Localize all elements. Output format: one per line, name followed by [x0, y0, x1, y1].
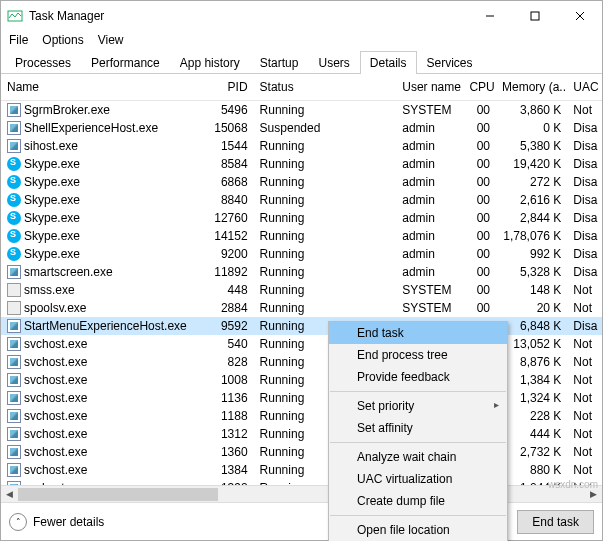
task-manager-window: Task Manager File Options View Processes…: [0, 0, 603, 541]
tab-processes[interactable]: Processes: [5, 51, 81, 74]
table-row[interactable]: StartMenuExperienceHost.exe9592Running6,…: [1, 317, 602, 335]
table-row[interactable]: smss.exe448RunningSYSTEM00148 KNot: [1, 281, 602, 299]
ctx-set-priority[interactable]: Set priority: [329, 395, 507, 417]
titlebar[interactable]: Task Manager: [1, 1, 602, 31]
table-row[interactable]: Skype.exe14152Runningadmin001,78,076 KDi…: [1, 227, 602, 245]
table-row[interactable]: svchost.exe1312Running444 KNot: [1, 425, 602, 443]
ctx-separator: [330, 442, 506, 443]
table-row[interactable]: sihost.exe1544Runningadmin005,380 KDisa: [1, 137, 602, 155]
table-row[interactable]: svchost.exe828Running8,876 KNot: [1, 353, 602, 371]
process-name: svchost.exe: [24, 355, 87, 369]
menu-file[interactable]: File: [9, 33, 28, 47]
process-uac: Disa: [567, 209, 602, 227]
process-user: admin: [396, 263, 463, 281]
ctx-analyze-wait-chain[interactable]: Analyze wait chain: [329, 446, 507, 468]
tab-users[interactable]: Users: [308, 51, 359, 74]
col-user[interactable]: User name: [396, 74, 463, 101]
process-memory: 19,420 K: [496, 155, 567, 173]
process-name: svchost.exe: [24, 463, 87, 477]
tab-services[interactable]: Services: [417, 51, 483, 74]
ctx-open-file-location[interactable]: Open file location: [329, 519, 507, 541]
table-row[interactable]: svchost.exe1008Running1,384 KNot: [1, 371, 602, 389]
process-status: Suspended: [254, 119, 397, 137]
tab-details[interactable]: Details: [360, 51, 417, 74]
table-row[interactable]: Skype.exe9200Runningadmin00992 KDisa: [1, 245, 602, 263]
table-row[interactable]: Skype.exe8840Runningadmin002,616 KDisa: [1, 191, 602, 209]
table-row[interactable]: svchost.exe1392Running1.044 KNot: [1, 479, 602, 486]
process-pid: 1392: [205, 479, 254, 486]
process-uac: Disa: [567, 155, 602, 173]
ctx-end-process-tree[interactable]: End process tree: [329, 344, 507, 366]
process-uac: Disa: [567, 227, 602, 245]
table-row[interactable]: Skype.exe8584Runningadmin0019,420 KDisa: [1, 155, 602, 173]
maximize-button[interactable]: [512, 1, 557, 31]
minimize-button[interactable]: [467, 1, 512, 31]
process-pid: 1136: [205, 389, 254, 407]
process-uac: Disa: [567, 191, 602, 209]
col-memory[interactable]: Memory (a...: [496, 74, 567, 101]
end-task-button[interactable]: End task: [517, 510, 594, 534]
table-row[interactable]: svchost.exe540Running13,052 KNot: [1, 335, 602, 353]
table-row[interactable]: svchost.exe1360Running2,732 KNot: [1, 443, 602, 461]
process-icon: [7, 319, 21, 333]
table-row[interactable]: Skype.exe12760Runningadmin002,844 KDisa: [1, 209, 602, 227]
process-pid: 6868: [205, 173, 254, 191]
process-icon: [7, 139, 21, 153]
process-memory: 3,860 K: [496, 101, 567, 119]
ctx-uac-virtualization[interactable]: UAC virtualization: [329, 468, 507, 490]
process-status: Running: [254, 209, 397, 227]
col-status[interactable]: Status: [254, 74, 397, 101]
process-name: Skype.exe: [24, 247, 80, 261]
tab-startup[interactable]: Startup: [250, 51, 309, 74]
process-uac: Disa: [567, 119, 602, 137]
process-icon: [7, 463, 21, 477]
menu-view[interactable]: View: [98, 33, 124, 47]
close-button[interactable]: [557, 1, 602, 31]
process-status: Running: [254, 155, 397, 173]
table-row[interactable]: SgrmBroker.exe5496RunningSYSTEM003,860 K…: [1, 101, 602, 119]
ctx-create-dump-file[interactable]: Create dump file: [329, 490, 507, 512]
col-cpu[interactable]: CPU: [463, 74, 496, 101]
scroll-thumb[interactable]: [18, 488, 218, 501]
ctx-end-task[interactable]: End task: [329, 322, 507, 344]
process-cpu: 00: [463, 227, 496, 245]
process-icon: [7, 211, 21, 225]
col-pid[interactable]: PID: [205, 74, 254, 101]
ctx-set-affinity[interactable]: Set affinity: [329, 417, 507, 439]
tab-app-history[interactable]: App history: [170, 51, 250, 74]
process-cpu: 00: [463, 155, 496, 173]
col-name[interactable]: Name: [1, 74, 205, 101]
table-row[interactable]: svchost.exe1188Running228 KNot: [1, 407, 602, 425]
process-icon: [7, 427, 21, 441]
table-row[interactable]: smartscreen.exe11892Runningadmin005,328 …: [1, 263, 602, 281]
col-uac[interactable]: UAC: [567, 74, 602, 101]
process-table-wrap: Name PID Status User name CPU Memory (a.…: [1, 74, 602, 485]
process-icon: [7, 391, 21, 405]
ctx-provide-feedback[interactable]: Provide feedback: [329, 366, 507, 388]
process-cpu: 00: [463, 119, 496, 137]
process-cpu: 00: [463, 191, 496, 209]
table-row[interactable]: svchost.exe1136Running1,324 KNot: [1, 389, 602, 407]
process-memory: 0 K: [496, 119, 567, 137]
process-name: SgrmBroker.exe: [24, 103, 110, 117]
process-name: svchost.exe: [24, 391, 87, 405]
process-uac: Not: [567, 371, 602, 389]
horizontal-scrollbar[interactable]: ◀ ▶: [1, 485, 602, 502]
process-status: Running: [254, 227, 397, 245]
process-uac: Not: [567, 101, 602, 119]
process-cpu: 00: [463, 245, 496, 263]
process-pid: 1008: [205, 371, 254, 389]
tab-performance[interactable]: Performance: [81, 51, 170, 74]
table-row[interactable]: svchost.exe1384Running880 KNot: [1, 461, 602, 479]
process-pid: 9592: [205, 317, 254, 335]
process-memory: 5,328 K: [496, 263, 567, 281]
table-row[interactable]: spoolsv.exe2884RunningSYSTEM0020 KNot: [1, 299, 602, 317]
table-row[interactable]: ShellExperienceHost.exe15068Suspendedadm…: [1, 119, 602, 137]
process-uac: Disa: [567, 263, 602, 281]
process-icon: [7, 121, 21, 135]
menu-options[interactable]: Options: [42, 33, 83, 47]
process-memory: 272 K: [496, 173, 567, 191]
process-cpu: 00: [463, 281, 496, 299]
scroll-left-button[interactable]: ◀: [1, 486, 18, 503]
table-row[interactable]: Skype.exe6868Runningadmin00272 KDisa: [1, 173, 602, 191]
